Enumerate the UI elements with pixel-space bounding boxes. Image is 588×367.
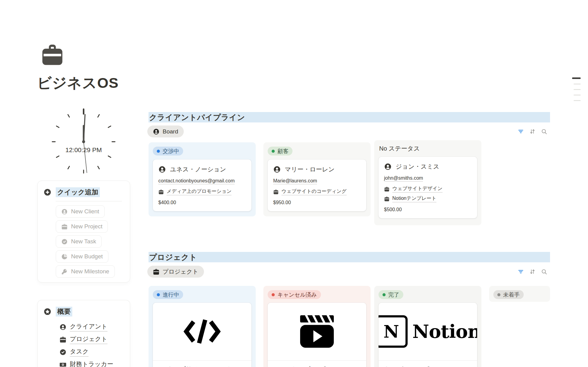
analog-clock: 12:00:29 PM [48,106,119,177]
toc-item[interactable] [574,84,581,84]
status-dot-icon [272,293,275,296]
new-task-button[interactable]: New Task [56,235,102,248]
briefcase-icon [61,223,68,230]
client-amount: $500.00 [384,207,472,212]
star-circle-icon [43,308,51,316]
pipeline-column-customer: 顧客 マリー・ローレン Marie@laurens.com ウェブサイトのコーデ… [263,142,371,216]
person-icon [153,128,160,135]
person-icon [273,166,281,173]
key-icon [61,268,68,275]
no-status-label[interactable]: No ステータス [379,144,420,153]
projects-column-not-started: 未着手 [489,286,550,302]
project-card-title: ウェブサイトのコーディング [167,365,247,367]
client-name: マリー・ローレン [285,165,334,174]
project-relation-link[interactable]: メディア上のプロモーション [158,188,246,195]
overview-card: 概要 クライアント プロジェクト タスク 財務トラッカー [37,300,130,367]
project-card-title: メディア上のプロモーション [282,365,361,367]
status-pill[interactable]: キャンセル済み [268,290,321,299]
person-icon [61,208,68,215]
quick-add-card: クイック追加 New Client New Project New Task N… [37,181,130,283]
projects-title: プロジェクト [149,252,197,262]
toc-item[interactable] [574,95,581,95]
project-card-title: Notionテンプレート [393,365,448,367]
status-pill[interactable]: 顧客 [268,147,292,155]
client-amount: $400.00 [158,200,246,205]
pie-chart-icon [61,253,68,260]
status-dot-icon [497,293,500,296]
client-email[interactable]: contact.notionbyounes@gmail.com [158,178,235,184]
person-icon [384,163,392,170]
briefcase-icon [153,268,160,275]
status-pill[interactable]: 交渉中 [153,147,183,155]
client-email[interactable]: Marie@laurens.com [273,178,317,184]
client-amount: $950.00 [273,200,361,205]
new-milestone-button[interactable]: New Milestone [56,265,115,278]
overview-title: 概要 [56,307,72,316]
new-project-button[interactable]: New Project [56,220,108,233]
movie-icon [299,315,335,348]
briefcase-page-icon[interactable] [40,43,65,64]
client-name: ユネス・ノーション [170,165,226,174]
status-pill[interactable]: 完了 [379,290,403,299]
project-card[interactable]: ウェブサイトのコーディング [153,303,251,367]
client-card[interactable]: ユネス・ノーション contact.notionbyounes@gmail.co… [153,159,251,211]
table-of-contents [572,77,581,101]
overview-link-projects[interactable]: プロジェクト [59,335,107,344]
briefcase-icon [273,189,279,195]
status-pill[interactable]: 未着手 [493,290,524,299]
board-view-button[interactable]: Board [147,125,184,137]
project-card[interactable]: N Notion Notionテンプレート [379,303,477,367]
search-icon[interactable] [541,128,547,135]
notion-logo-icon: N [379,315,408,348]
project-card[interactable]: メディア上のプロモーション [268,303,366,367]
banknote-icon [59,361,66,367]
project-relation-link[interactable]: ウェブサイトデザイン [384,185,472,193]
overview-link-clients[interactable]: クライアント [59,322,107,331]
project-cover-image: N Notion [379,303,477,361]
status-pill[interactable]: 進行中 [153,290,183,299]
overview-link-finance[interactable]: 財務トラッカー [59,360,113,367]
projects-column-in-progress: 進行中 ウェブサイトのコーディング [149,286,256,367]
briefcase-icon [158,189,164,195]
status-dot-icon [157,150,160,153]
projects-column-done: 完了 N Notion Notionテンプレート [374,286,481,367]
code-icon [183,318,222,345]
search-icon[interactable] [541,268,547,275]
new-client-button[interactable]: New Client [56,205,105,218]
projects-section-header: プロジェクト [149,252,550,262]
project-cover-image [268,303,366,361]
overview-link-tasks[interactable]: タスク [59,347,89,357]
project-cover-image [153,303,251,361]
pipeline-column-no-status: No ステータス ジョン・スミス john@smiths.com ウェブサイトデ… [374,140,481,225]
pipeline-column-negotiating: 交渉中 ユネス・ノーション contact.notionbyounes@gmai… [149,142,256,216]
projects-view-button[interactable]: プロジェクト [147,266,204,278]
check-circle-icon [59,349,66,356]
quick-add-title: クイック追加 [56,187,100,197]
check-circle-icon [61,238,68,245]
clock-time: 12:00:29 PM [48,146,119,154]
person-icon [158,166,166,173]
status-dot-icon [272,150,275,153]
plus-circle-icon [43,188,51,196]
status-dot-icon [383,293,386,296]
sort-icon[interactable] [529,268,536,275]
new-budget-button[interactable]: New Budget [56,250,108,263]
client-email[interactable]: john@smiths.com [384,175,423,182]
pipeline-title: クライアントパイプライン [149,112,245,122]
sort-icon[interactable] [529,128,536,135]
page-title: ビジネスOS [37,73,119,93]
status-dot-icon [157,293,160,296]
pipeline-section-header: クライアントパイプライン [149,112,550,122]
project-relation-link[interactable]: Notionテンプレート [384,195,472,202]
person-icon [59,324,66,331]
filter-icon[interactable] [518,128,524,135]
project-relation-link[interactable]: ウェブサイトのコーディング [273,188,361,195]
toc-item[interactable] [574,100,581,101]
client-card[interactable]: マリー・ローレン Marie@laurens.com ウェブサイトのコーディング… [268,159,366,211]
projects-column-cancelled: キャンセル済み メディア上のプロモーション [263,286,371,367]
toc-item[interactable] [572,77,581,79]
notion-wordmark: Notion [413,321,477,342]
filter-icon[interactable] [518,268,524,275]
toc-item[interactable] [574,89,581,90]
client-card[interactable]: ジョン・スミス john@smiths.com ウェブサイトデザイン Notio… [379,157,477,218]
